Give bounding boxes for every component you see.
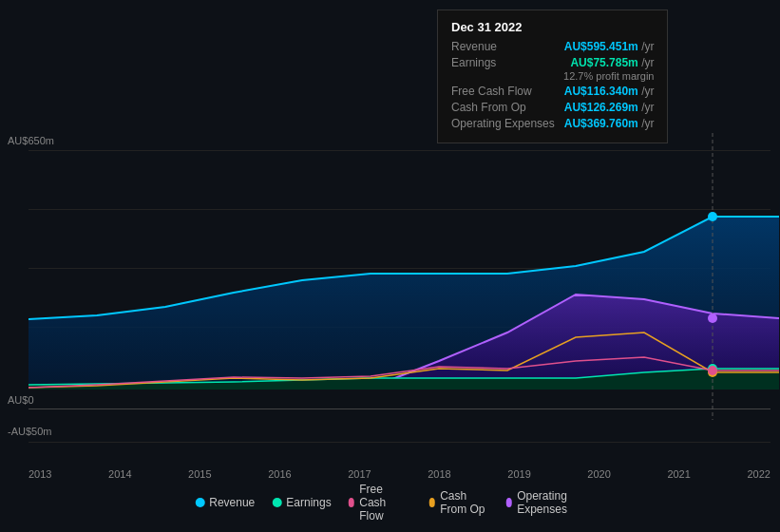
tooltip-row-earnings: Earnings AU$75.785m /yr	[451, 56, 654, 69]
earnings-value: AU$75.785m /yr	[570, 56, 654, 69]
fcf-label: Free Cash Flow	[451, 85, 532, 98]
chart-container: Dec 31 2022 Revenue AU$595.451m /yr Earn…	[0, 0, 780, 532]
legend-dot-opex	[506, 498, 513, 507]
opex-dot	[708, 314, 717, 323]
x-label-2019: 2019	[507, 468, 530, 480]
tooltip-row-revenue: Revenue AU$595.451m /yr	[451, 40, 654, 53]
earnings-label: Earnings	[451, 56, 496, 69]
chart-legend: Revenue Earnings Free Cash Flow Cash Fro…	[195, 483, 585, 522]
cashop-label: Cash From Op	[451, 101, 526, 114]
legend-opex[interactable]: Operating Expenses	[506, 489, 585, 516]
legend-dot-revenue	[195, 498, 204, 507]
x-label-2016: 2016	[268, 468, 291, 480]
x-label-2014: 2014	[108, 468, 131, 480]
x-label-2018: 2018	[428, 468, 450, 480]
opex-label: Operating Expenses	[451, 117, 555, 130]
fcf-value: AU$116.340m /yr	[564, 85, 655, 98]
x-label-2015: 2015	[188, 468, 211, 480]
legend-revenue[interactable]: Revenue	[195, 496, 255, 509]
cashop-value: AU$126.269m /yr	[564, 101, 655, 114]
tooltip-date: Dec 31 2022	[451, 20, 654, 34]
legend-dot-cashop	[429, 498, 436, 507]
legend-label-fcf: Free Cash Flow	[359, 483, 411, 522]
revenue-label: Revenue	[451, 40, 497, 53]
x-label-2020: 2020	[587, 468, 610, 480]
legend-label-opex: Operating Expenses	[517, 489, 585, 516]
x-label-2022: 2022	[747, 468, 770, 480]
x-label-2013: 2013	[29, 468, 51, 480]
tooltip-row-cashop: Cash From Op AU$126.269m /yr	[451, 101, 654, 114]
revenue-dot	[708, 212, 717, 221]
legend-fcf[interactable]: Free Cash Flow	[349, 483, 412, 522]
tooltip-box: Dec 31 2022 Revenue AU$595.451m /yr Earn…	[437, 10, 668, 143]
legend-label-revenue: Revenue	[209, 496, 255, 509]
x-label-2021: 2021	[667, 468, 690, 480]
chart-svg	[29, 133, 779, 456]
fcf-dot	[708, 366, 717, 375]
profit-margin: 12.7% profit margin	[451, 70, 654, 82]
x-label-2017: 2017	[348, 468, 371, 480]
legend-label-earnings: Earnings	[286, 496, 331, 509]
legend-dot-earnings	[272, 498, 281, 507]
x-axis-labels: 2013 2014 2015 2016 2017 2018 2019 2020 …	[29, 468, 770, 480]
legend-cashop[interactable]: Cash From Op	[429, 489, 489, 516]
opex-value: AU$369.760m /yr	[564, 117, 655, 130]
legend-dot-fcf	[349, 498, 355, 507]
tooltip-row-fcf: Free Cash Flow AU$116.340m /yr	[451, 85, 654, 98]
legend-earnings[interactable]: Earnings	[272, 496, 331, 509]
revenue-value: AU$595.451m /yr	[564, 40, 655, 53]
tooltip-row-opex: Operating Expenses AU$369.760m /yr	[451, 117, 654, 130]
legend-label-cashop: Cash From Op	[440, 489, 488, 516]
